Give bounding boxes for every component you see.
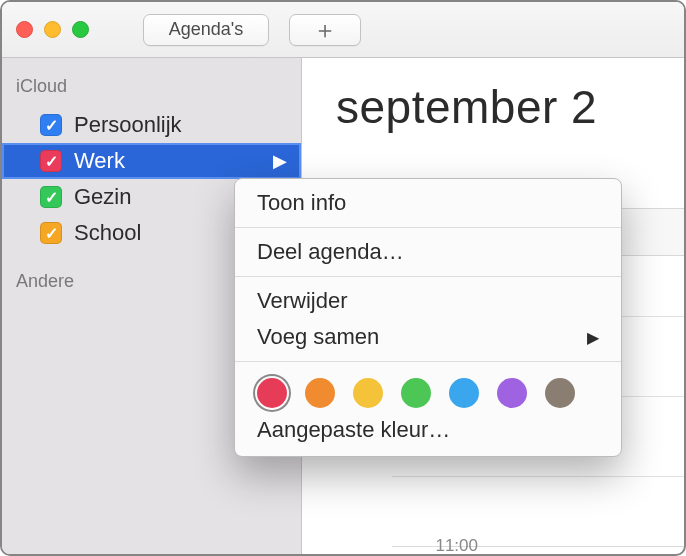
plus-icon: ＋ [313, 14, 337, 46]
context-menu: Toon info Deel agenda… Verwijder Voeg sa… [234, 178, 622, 457]
calendar-item-werk[interactable]: ✓ Werk ▶ [2, 143, 301, 179]
checkbox-icon[interactable]: ✓ [40, 150, 62, 172]
menu-item-delete[interactable]: Verwijder [235, 283, 621, 319]
add-button[interactable]: ＋ [289, 14, 361, 46]
menu-item-custom-color[interactable]: Aangepaste kleur… [235, 412, 621, 448]
checkbox-icon[interactable]: ✓ [40, 114, 62, 136]
menu-separator [235, 227, 621, 228]
time-label-1100: 11:00 [412, 536, 478, 556]
sidebar-section-icloud: iCloud [2, 70, 301, 107]
color-swatch-yellow[interactable] [353, 378, 383, 408]
zoom-icon[interactable] [72, 21, 89, 38]
calendars-button[interactable]: Agenda's [143, 14, 269, 46]
month-title: september 2 [302, 58, 684, 134]
color-swatch-green[interactable] [401, 378, 431, 408]
calendar-item-persoonlijk[interactable]: ✓ Persoonlijk [2, 107, 301, 143]
color-swatch-brown[interactable] [545, 378, 575, 408]
window-controls [16, 21, 89, 38]
menu-separator [235, 361, 621, 362]
calendar-item-label: Werk [74, 148, 125, 174]
color-swatch-red[interactable] [257, 378, 287, 408]
calendar-item-label: Persoonlijk [74, 112, 182, 138]
calendar-item-label: Gezin [74, 184, 131, 210]
chevron-right-icon: ▶ [273, 150, 287, 172]
menu-item-merge[interactable]: Voeg samen ▶ [235, 319, 621, 355]
menu-item-show-info[interactable]: Toon info [235, 185, 621, 221]
color-swatch-orange[interactable] [305, 378, 335, 408]
color-swatch-blue[interactable] [449, 378, 479, 408]
calendars-button-label: Agenda's [169, 19, 244, 40]
menu-item-share[interactable]: Deel agenda… [235, 234, 621, 270]
checkbox-icon[interactable]: ✓ [40, 222, 62, 244]
checkbox-icon[interactable]: ✓ [40, 186, 62, 208]
color-swatch-row [235, 368, 621, 412]
calendar-item-label: School [74, 220, 141, 246]
menu-separator [235, 276, 621, 277]
close-icon[interactable] [16, 21, 33, 38]
chevron-right-icon: ▶ [587, 328, 599, 347]
titlebar: Agenda's ＋ [2, 2, 684, 58]
minimize-icon[interactable] [44, 21, 61, 38]
color-swatch-purple[interactable] [497, 378, 527, 408]
